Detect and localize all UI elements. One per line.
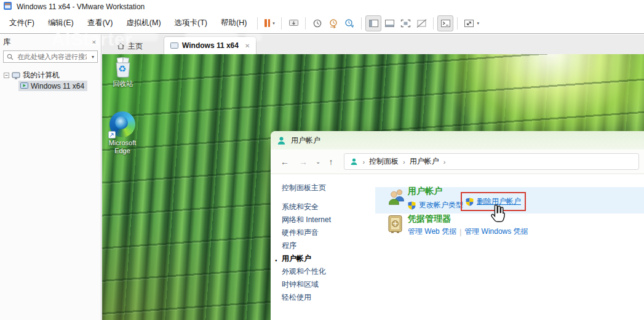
fit-guest-window-button[interactable]: ▾ [461, 15, 482, 31]
toolbar-separator [257, 17, 258, 30]
menu-help[interactable]: 帮助(H) [214, 13, 253, 33]
toolbar-separator [305, 17, 306, 30]
link-divider: | [459, 228, 461, 236]
search-input[interactable] [16, 52, 88, 61]
menu-tabs[interactable]: 选项卡(T) [168, 13, 214, 33]
control-panel-window-title: 用户帐户 [291, 135, 320, 146]
close-icon[interactable]: ✕ [92, 39, 97, 46]
desktop-icon-label: Microsoft Edge [102, 139, 143, 155]
desktop-icon-label: 回收站 [113, 80, 133, 88]
console-view-button[interactable] [437, 15, 453, 31]
toolbar-separator [457, 17, 458, 30]
tab-vm-windows11[interactable]: Windows 11 x64 ✕ [164, 36, 256, 54]
sidebar-item-system-security[interactable]: 系统和安全 [282, 203, 371, 211]
bullet-icon: ● [275, 257, 277, 265]
vmware-logo-icon [4, 2, 12, 12]
desktop-icon-recycle-bin[interactable]: ♻ 回收站 [105, 57, 141, 88]
address-bar[interactable]: › 控制面板 › 用户帐户 › [344, 153, 639, 170]
sidebar-item-user-accounts[interactable]: ●用户帐户 [282, 255, 371, 263]
close-icon[interactable]: ✕ [245, 42, 250, 49]
computer-icon [12, 72, 20, 79]
show-thumbnail-bar-button[interactable] [381, 15, 397, 31]
control-panel-window: 用户帐户 ← → ⌄ ↑ › 控制面板 › 用户帐户 › 控制面板主页 [271, 131, 644, 320]
recent-pages-button[interactable]: ⌄ [316, 158, 320, 165]
menu-view[interactable]: 查看(V) [81, 13, 120, 33]
menu-edit[interactable]: 编辑(E) [41, 13, 81, 33]
snapshot-manager-icon [344, 18, 354, 28]
edge-icon [109, 111, 135, 137]
up-button[interactable]: ↑ [328, 157, 333, 167]
sidebar-item-network-internet[interactable]: 网络和 Internet [282, 216, 371, 224]
suspend-button[interactable]: ▾ [261, 15, 277, 31]
show-library-button[interactable] [365, 15, 381, 31]
sidebar-item-programs[interactable]: 程序 [282, 242, 371, 250]
search-icon [7, 54, 14, 60]
sidebar-item-ease-of-access[interactable]: 轻松使用 [282, 294, 371, 302]
control-panel-sidebar: 控制面板主页 系统和安全 网络和 Internet 硬件和声音 程序 ●用户帐户… [282, 184, 371, 306]
full-screen-icon [400, 19, 411, 28]
vmware-workstation-window: Windows 11 x64 - VMware Workstation 文件(F… [0, 0, 644, 320]
toolbar-separator [281, 17, 282, 30]
tree-node-vm-windows11[interactable]: Windows 11 x64 [18, 81, 87, 91]
tab-strip: 主页 Windows 11 x64 ✕ [102, 34, 644, 54]
tab-vm-label: Windows 11 x64 [182, 41, 239, 50]
desktop-icon-microsoft-edge[interactable]: Microsoft Edge [102, 111, 143, 155]
sidebar-item-appearance[interactable]: 外观和个性化 [282, 268, 371, 276]
user-accounts-heading[interactable]: 用户帐户 [408, 186, 442, 197]
library-panel-title: 库 [3, 37, 11, 47]
show-thumbnail-bar-icon [384, 19, 395, 28]
pause-icon [268, 19, 271, 27]
forward-button[interactable]: → [299, 157, 308, 167]
sidebar-item-home[interactable]: 控制面板主页 [282, 184, 371, 192]
uac-shield-icon [466, 198, 474, 206]
send-ctrl-alt-del-icon [288, 18, 299, 28]
home-icon [117, 42, 125, 50]
user-account-icon [277, 136, 286, 145]
vmware-titlebar: Windows 11 x64 - VMware Workstation [0, 0, 644, 13]
back-button[interactable]: ← [280, 157, 289, 167]
menu-vm[interactable]: 虚拟机(M) [119, 13, 167, 33]
tree-node-my-computer[interactable]: − 我的计算机 [0, 70, 101, 81]
unity-mode-button[interactable] [413, 15, 429, 31]
tree-node-label: Windows 11 x64 [31, 82, 84, 90]
fit-guest-window-icon [464, 19, 474, 28]
tree-collapse-icon[interactable]: − [4, 73, 9, 78]
shortcut-arrow-icon [108, 131, 116, 138]
credential-manager-heading[interactable]: 凭据管理器 [408, 214, 451, 225]
breadcrumb-user-accounts[interactable]: 用户帐户 [410, 156, 439, 167]
credential-manager-safe-icon [388, 215, 403, 233]
tab-home[interactable]: 主页 [109, 38, 150, 54]
control-panel-body: 控制面板主页 系统和安全 网络和 Internet 硬件和声音 程序 ●用户帐户… [271, 174, 644, 319]
vm-icon [20, 82, 28, 89]
take-snapshot-icon [312, 18, 322, 28]
chevron-right-icon: › [443, 158, 446, 166]
menu-file[interactable]: 文件(F) [2, 13, 41, 33]
library-panel: 库 ✕ ▾ − 我的计算机 Windows 11 x64 [0, 34, 101, 320]
chevron-down-icon: ▾ [477, 21, 479, 26]
sidebar-item-clock-region[interactable]: 时钟和区域 [282, 281, 371, 289]
change-account-type-link-row: 更改帐户类型 [408, 200, 463, 210]
sidebar-item-hardware-sound[interactable]: 硬件和声音 [282, 229, 371, 237]
toolbar-separator [361, 17, 362, 30]
chevron-right-icon: › [403, 158, 405, 166]
user-account-icon [350, 158, 358, 166]
control-panel-titlebar: 用户帐户 [271, 131, 644, 150]
snapshot-manager-button[interactable] [341, 15, 357, 31]
breadcrumb-control-panel[interactable]: 控制面板 [369, 156, 399, 167]
revert-snapshot-button[interactable] [325, 15, 341, 31]
console-view-icon [440, 19, 451, 28]
manage-windows-credentials-link[interactable]: 管理 Windows 凭据 [464, 226, 528, 237]
manage-web-credentials-link[interactable]: 管理 Web 凭据 [408, 226, 456, 237]
library-search-box[interactable]: ▾ [3, 50, 98, 63]
change-account-type-link[interactable]: 更改帐户类型 [419, 200, 463, 210]
full-screen-button[interactable] [397, 15, 413, 31]
unity-mode-icon [416, 19, 427, 28]
send-ctrl-alt-del-button[interactable] [285, 15, 301, 31]
pause-icon [264, 19, 267, 27]
recycle-symbol-icon: ♻ [118, 63, 126, 74]
tree-node-label: 我的计算机 [23, 70, 60, 81]
control-panel-navbar: ← → ⌄ ↑ › 控制面板 › 用户帐户 › [271, 150, 644, 174]
vm-tree: − 我的计算机 Windows 11 x64 [0, 70, 101, 91]
take-snapshot-button[interactable] [309, 15, 325, 31]
control-panel-content: 用户帐户 更改帐户类型 删除用户帐户 [375, 174, 644, 319]
